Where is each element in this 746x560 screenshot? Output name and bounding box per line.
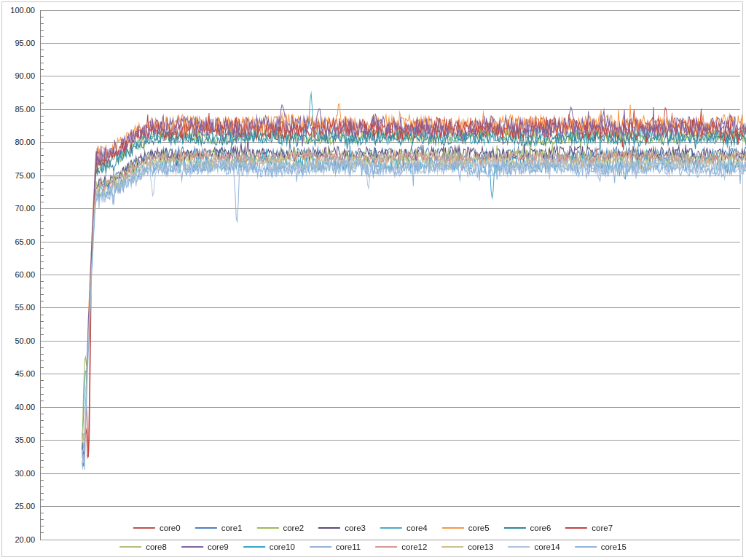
legend-item-core4: core4 (380, 523, 428, 533)
y-axis-label: 80.00 (0, 138, 35, 147)
y-axis-label: 75.00 (0, 171, 35, 181)
legend-item-core2: core2 (256, 523, 304, 533)
legend-label: core3 (345, 523, 366, 533)
legend-swatch (375, 546, 397, 548)
legend-item-core13: core13 (441, 542, 493, 552)
legend-item-core6: core6 (504, 523, 551, 533)
y-axis-label: 95.00 (0, 39, 35, 48)
legend-item-core1: core1 (195, 523, 243, 533)
legend-item-core5: core5 (442, 523, 490, 533)
y-axis-label: 45.00 (0, 369, 35, 379)
legend-swatch (504, 527, 526, 529)
legend-label: core8 (146, 542, 167, 552)
y-axis-label: 50.00 (0, 336, 35, 346)
legend-item-core7: core7 (565, 523, 613, 533)
legend-item-core9: core9 (181, 542, 229, 552)
legend-item-core11: core11 (310, 542, 361, 552)
y-axis-label: 85.00 (0, 105, 35, 114)
legend-label: core0 (160, 523, 181, 533)
legend-label: core6 (530, 523, 551, 533)
legend-swatch (181, 546, 203, 548)
legend-swatch (133, 527, 155, 529)
legend-swatch (256, 527, 278, 529)
legend-row: core0core1core2core3core4core5core6core7 (126, 523, 620, 533)
legend-swatch (195, 527, 217, 529)
legend-swatch (565, 527, 587, 529)
y-axis-label: 30.00 (0, 469, 35, 478)
y-axis-label: 40.00 (0, 403, 35, 412)
legend-item-core14: core14 (509, 542, 560, 552)
y-axis-label: 20.00 (0, 535, 35, 545)
y-axis-label: 70.00 (0, 204, 35, 213)
legend-label: core10 (270, 542, 295, 552)
series-lines-canvas (82, 20, 746, 550)
y-axis-label: 35.00 (0, 435, 35, 445)
y-axis-label: 60.00 (0, 270, 35, 280)
y-axis-label: 25.00 (0, 502, 35, 511)
plot-area (41, 10, 740, 540)
legend-item-core0: core0 (133, 523, 181, 533)
legend-label: core7 (592, 523, 613, 533)
legend-label: core11 (336, 542, 361, 552)
legend-label: core14 (535, 542, 560, 552)
legend-swatch (318, 527, 340, 529)
y-axis-label: 90.00 (0, 71, 35, 81)
legend-swatch (509, 546, 530, 548)
legend-item-core3: core3 (318, 523, 366, 533)
legend-swatch (380, 527, 402, 529)
y-axis-label: 65.00 (0, 237, 35, 247)
legend-label: core13 (468, 542, 493, 552)
y-axis-label: 100.00 (0, 6, 35, 15)
legend-item-core10: core10 (243, 542, 295, 552)
legend-item-core8: core8 (119, 542, 167, 552)
legend-swatch (243, 546, 265, 548)
legend-label: core5 (468, 523, 490, 533)
legend-swatch (441, 546, 463, 548)
legend-item-core12: core12 (375, 542, 427, 552)
y-axis-label: 55.00 (0, 303, 35, 312)
legend-label: core9 (208, 542, 229, 552)
legend-item-core15: core15 (575, 542, 627, 552)
legend-label: core1 (221, 523, 243, 533)
chart-page: { "ui": { "background": "#FFFFFF", "fram… (0, 0, 746, 560)
legend-swatch (442, 527, 464, 529)
legend-label: core15 (601, 542, 627, 552)
legend-row: core8core9core10core11core12core13core14… (112, 542, 634, 552)
legend-swatch (575, 546, 597, 548)
legend-label: core2 (283, 523, 304, 533)
legend-swatch (310, 546, 331, 548)
legend-label: core12 (401, 542, 427, 552)
legend-label: core4 (407, 523, 428, 533)
legend-swatch (119, 546, 141, 548)
